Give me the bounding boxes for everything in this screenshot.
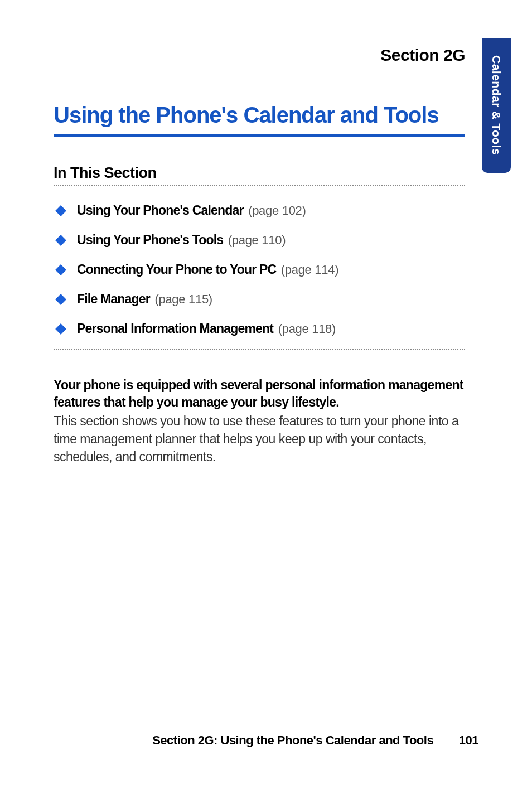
toc-list: Using Your Phone's Calendar (page 102) U… — [54, 196, 465, 344]
bullet-diamond-icon — [55, 264, 66, 275]
title-underline — [54, 134, 465, 137]
section-label: Section 2G — [54, 46, 465, 65]
bullet-diamond-icon — [55, 235, 66, 246]
main-title: Using the Phone's Calendar and Tools — [54, 103, 465, 128]
page-content: Section 2G Using the Phone's Calendar an… — [0, 0, 532, 466]
toc-item-title: Connecting Your Phone to Your PC — [77, 262, 276, 277]
footer-page-number: 101 — [459, 733, 478, 747]
toc-item-page: (page 110) — [228, 233, 286, 247]
toc-item-page: (page 114) — [281, 263, 338, 277]
toc-item: Personal Information Management (page 11… — [54, 315, 465, 344]
toc-item: File Manager (page 115) — [54, 285, 465, 315]
toc-item-page: (page 115) — [154, 292, 212, 306]
bullet-diamond-icon — [55, 323, 66, 335]
toc-item-title: Using Your Phone's Tools — [77, 233, 223, 247]
page-footer: Section 2G: Using the Phone's Calendar a… — [54, 733, 478, 748]
bullet-diamond-icon — [55, 294, 66, 305]
toc-item: Connecting Your Phone to Your PC (page 1… — [54, 255, 465, 285]
subsection-heading: In This Section — [54, 165, 465, 182]
bullet-diamond-icon — [55, 205, 66, 216]
footer-title: Section 2G: Using the Phone's Calendar a… — [152, 733, 433, 747]
side-tab-label: Calendar & Tools — [490, 55, 503, 155]
dotted-divider-top — [54, 185, 465, 186]
intro-regular-text: This section shows you how to use these … — [54, 412, 465, 466]
side-tab: Calendar & Tools — [482, 38, 511, 173]
toc-item-title: Using Your Phone's Calendar — [77, 203, 244, 217]
dotted-divider-bottom — [54, 349, 465, 350]
toc-item-page: (page 102) — [248, 204, 306, 217]
toc-item: Using Your Phone's Tools (page 110) — [54, 226, 465, 255]
toc-item-title: File Manager — [77, 292, 150, 306]
toc-item: Using Your Phone's Calendar (page 102) — [54, 196, 465, 226]
toc-item-title: Personal Information Management — [77, 321, 273, 336]
intro-bold-text: Your phone is equipped with several pers… — [54, 376, 465, 411]
toc-item-page: (page 118) — [278, 322, 336, 336]
